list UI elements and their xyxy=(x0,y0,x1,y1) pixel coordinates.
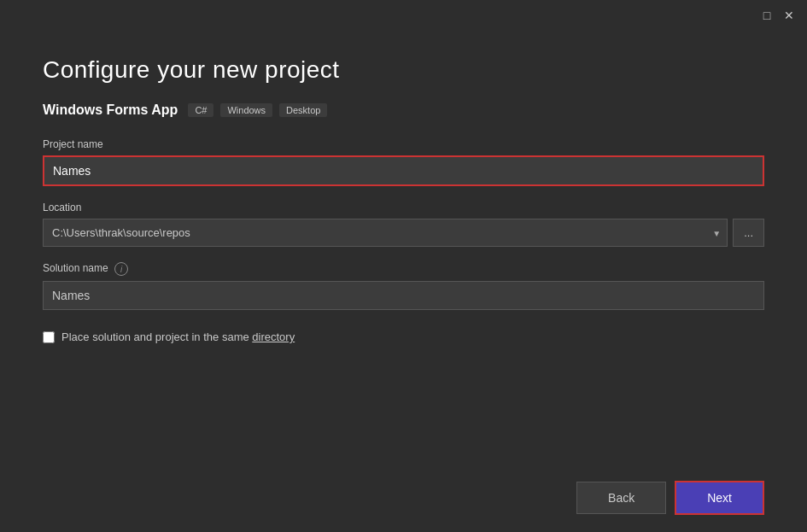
info-icon: i xyxy=(114,262,128,276)
same-directory-label: Place solution and project in the same d… xyxy=(61,330,295,343)
project-name-label: Project name xyxy=(43,138,764,150)
location-section: Location C:\Users\thrak\source\repos ▼ .… xyxy=(43,202,764,247)
tag-desktop: Desktop xyxy=(279,103,327,117)
back-button[interactable]: Back xyxy=(576,482,666,514)
minimize-button[interactable]: □ xyxy=(759,8,775,23)
page-title: Configure your new project xyxy=(43,56,764,84)
project-name-section: Project name xyxy=(43,138,764,186)
browse-button[interactable]: ... xyxy=(733,219,764,247)
next-button[interactable]: Next xyxy=(675,481,764,515)
solution-name-input[interactable] xyxy=(43,281,764,310)
location-row: C:\Users\thrak\source\repos ▼ ... xyxy=(43,219,764,247)
app-type-name: Windows Forms App xyxy=(43,102,178,118)
footer: Back Next xyxy=(0,467,807,532)
close-button[interactable]: ✕ xyxy=(781,8,797,23)
dialog-content: Configure your new project Windows Forms… xyxy=(0,31,807,467)
title-bar: □ ✕ xyxy=(0,0,807,31)
project-name-input[interactable] xyxy=(43,155,764,186)
location-select-wrapper: C:\Users\thrak\source\repos ▼ xyxy=(43,219,728,247)
solution-name-label: Solution name i xyxy=(43,262,764,276)
location-select[interactable]: C:\Users\thrak\source\repos xyxy=(43,219,728,247)
same-directory-checkbox-row: Place solution and project in the same d… xyxy=(43,330,764,343)
same-directory-checkbox[interactable] xyxy=(43,331,55,343)
configure-project-dialog: □ ✕ Configure your new project Windows F… xyxy=(0,0,807,532)
solution-name-section: Solution name i xyxy=(43,262,764,310)
tag-csharp: C# xyxy=(188,103,213,117)
location-label: Location xyxy=(43,202,764,213)
app-type-row: Windows Forms App C# Windows Desktop xyxy=(43,102,764,118)
tag-windows: Windows xyxy=(220,103,272,117)
